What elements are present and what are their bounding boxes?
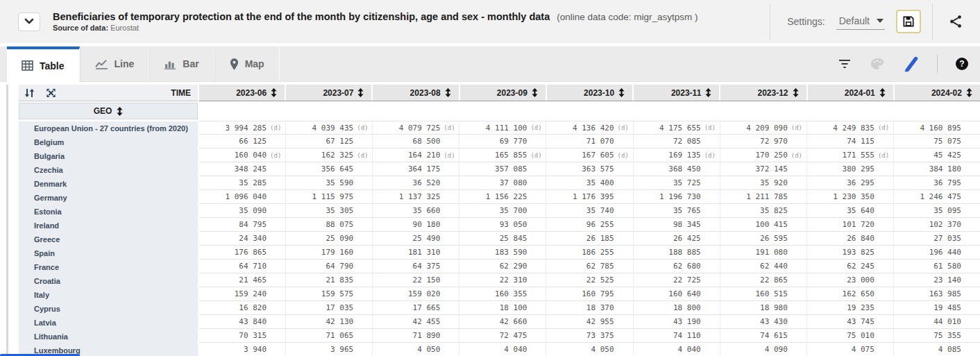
data-cell[interactable]: 160 640 — [634, 287, 720, 301]
data-cell[interactable]: 159 020 — [373, 287, 459, 301]
data-cell[interactable]: 62 440 — [720, 260, 807, 273]
data-cell[interactable]: 21 465 — [199, 273, 286, 287]
data-cell[interactable]: 35 740 — [546, 204, 633, 218]
data-cell[interactable]: 26 840 — [807, 232, 894, 246]
data-cell[interactable]: 159 575 — [286, 287, 373, 301]
data-cell[interactable]: 35 765 — [634, 204, 720, 218]
data-cell[interactable]: 64 790 — [286, 260, 373, 273]
data-cell[interactable]: 35 090 — [199, 204, 286, 218]
data-cell[interactable]: 35 640 — [807, 204, 894, 218]
data-cell[interactable]: 4 040 — [634, 343, 720, 356]
data-cell[interactable]: 43 840 — [199, 315, 286, 329]
data-cell[interactable]: 73 375 — [546, 329, 633, 343]
vertical-scrollbar[interactable] — [6, 85, 8, 356]
data-cell[interactable]: 72 475 — [459, 329, 546, 343]
data-cell[interactable]: 1 115 975 — [286, 190, 373, 204]
data-cell[interactable]: 4 209 090(d) — [720, 121, 807, 135]
data-cell[interactable]: 26 185 — [546, 232, 633, 246]
data-cell[interactable]: 90 180 — [373, 218, 459, 232]
data-cell[interactable]: 186 255 — [546, 246, 633, 260]
data-cell[interactable]: 193 825 — [807, 246, 894, 260]
data-cell[interactable]: 357 085 — [459, 162, 546, 176]
data-cell[interactable]: 4 040 — [459, 343, 546, 356]
data-cell[interactable]: 43 190 — [634, 315, 720, 329]
tab-line[interactable]: Line — [80, 46, 150, 81]
data-cell[interactable]: 66 125 — [199, 135, 286, 149]
data-cell[interactable]: 363 575 — [546, 162, 633, 176]
data-cell[interactable]: 171 555(d) — [807, 149, 894, 162]
data-cell[interactable]: 36 295 — [807, 176, 894, 190]
data-cell[interactable]: 18 100 — [459, 301, 546, 315]
data-cell[interactable]: 35 700 — [459, 204, 546, 218]
column-header-2023-08[interactable]: 2023-08 — [373, 85, 458, 101]
data-cell[interactable]: 64 375 — [373, 260, 459, 273]
data-cell[interactable]: 1 230 350 — [807, 190, 894, 204]
geo-header-cell[interactable]: GEO — [19, 103, 198, 119]
data-cell[interactable]: 22 725 — [634, 273, 720, 287]
data-cell[interactable]: 188 885 — [634, 246, 720, 260]
data-cell[interactable]: 24 340 — [199, 232, 286, 246]
data-cell[interactable]: 1 196 730 — [634, 190, 720, 204]
data-cell[interactable]: 191 080 — [720, 246, 807, 260]
data-cell[interactable]: 380 295 — [807, 162, 894, 176]
data-cell[interactable]: 22 310 — [459, 273, 546, 287]
tab-map[interactable]: Map — [214, 46, 280, 81]
data-cell[interactable]: 4 111 100(d) — [459, 121, 546, 135]
data-cell[interactable]: 26 425 — [634, 232, 720, 246]
data-cell[interactable]: 4 085 — [894, 343, 980, 356]
tab-table[interactable]: Table — [7, 46, 80, 82]
data-cell[interactable]: 3 965 — [286, 343, 373, 356]
data-cell[interactable]: 196 440 — [894, 246, 980, 260]
data-cell[interactable]: 84 795 — [199, 218, 286, 232]
data-cell[interactable]: 35 825 — [720, 204, 807, 218]
data-cell[interactable]: 102 370 — [894, 218, 980, 232]
data-cell[interactable]: 22 525 — [546, 273, 633, 287]
data-cell[interactable]: 35 590 — [286, 176, 373, 190]
data-cell[interactable]: 162 325(d) — [286, 149, 373, 162]
data-cell[interactable]: 42 955 — [546, 315, 633, 329]
data-cell[interactable]: 348 245 — [199, 162, 286, 176]
data-cell[interactable]: 45 425 — [894, 149, 980, 162]
settings-dropdown[interactable]: Default — [836, 14, 885, 30]
data-cell[interactable]: 25 490 — [373, 232, 459, 246]
data-cell[interactable]: 74 110 — [634, 329, 720, 343]
data-cell[interactable]: 17 035 — [286, 301, 373, 315]
data-cell[interactable]: 159 240 — [199, 287, 286, 301]
data-cell[interactable]: 18 980 — [720, 301, 807, 315]
data-cell[interactable]: 181 310 — [373, 246, 459, 260]
data-cell[interactable]: 1 096 040 — [199, 190, 286, 204]
data-cell[interactable]: 70 315 — [199, 329, 286, 343]
data-cell[interactable]: 1 156 225 — [459, 190, 546, 204]
data-cell[interactable]: 364 175 — [373, 162, 459, 176]
data-cell[interactable]: 62 245 — [807, 260, 894, 273]
data-cell[interactable]: 163 985 — [894, 287, 980, 301]
save-settings-button[interactable] — [896, 10, 921, 33]
data-cell[interactable]: 27 035 — [894, 232, 980, 246]
data-cell[interactable]: 3 994 285(d) — [199, 121, 286, 135]
data-cell[interactable]: 4 160 895 — [894, 121, 980, 135]
data-cell[interactable]: 165 855(d) — [459, 149, 546, 162]
data-cell[interactable]: 37 080 — [459, 176, 546, 190]
data-cell[interactable]: 75 010 — [807, 329, 894, 343]
column-header-2023-10[interactable]: 2023-10 — [547, 85, 632, 101]
data-cell[interactable]: 42 130 — [286, 315, 373, 329]
data-cell[interactable]: 44 010 — [894, 315, 980, 329]
data-cell[interactable]: 23 000 — [807, 273, 894, 287]
column-header-2023-07[interactable]: 2023-07 — [286, 85, 371, 101]
data-cell[interactable]: 35 095 — [894, 204, 980, 218]
data-cell[interactable]: 4 249 835(d) — [807, 121, 894, 135]
data-cell[interactable]: 4 079 725(d) — [373, 121, 459, 135]
collapse-header-button[interactable] — [18, 12, 40, 31]
data-cell[interactable]: 1 176 395 — [546, 190, 633, 204]
data-cell[interactable]: 68 500 — [373, 135, 459, 149]
data-cell[interactable]: 88 075 — [286, 218, 373, 232]
data-cell[interactable]: 35 285 — [199, 176, 286, 190]
filter-button[interactable] — [836, 58, 853, 70]
data-cell[interactable]: 74 615 — [720, 329, 807, 343]
data-cell[interactable]: 43 745 — [807, 315, 894, 329]
data-cell[interactable]: 35 660 — [373, 204, 459, 218]
data-cell[interactable]: 4 136 420(d) — [546, 121, 633, 135]
data-cell[interactable]: 21 835 — [286, 273, 373, 287]
data-cell[interactable]: 25 090 — [286, 232, 373, 246]
data-cell[interactable]: 72 085 — [634, 135, 720, 149]
